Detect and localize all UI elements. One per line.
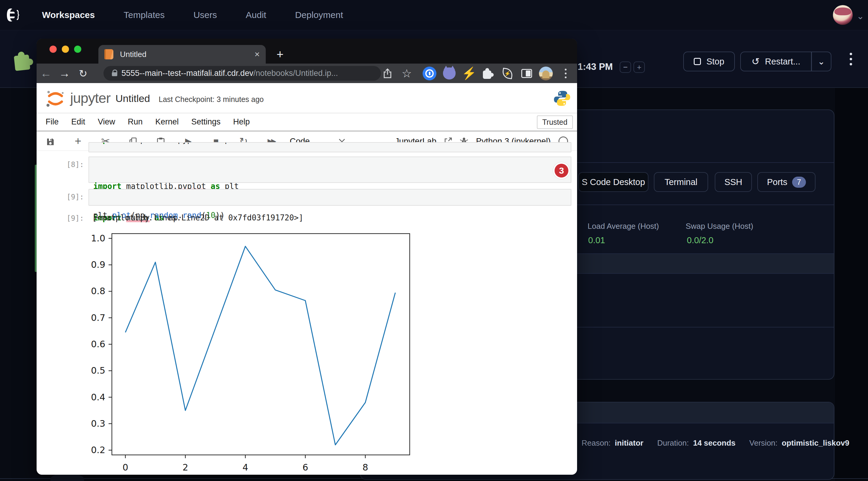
code-cell-8[interactable]: import matplotlib.pyplot as plt import n… (89, 157, 571, 183)
ports-button[interactable]: Ports 7 (757, 172, 815, 192)
output-prompt: [9]: (67, 214, 84, 223)
svg-text:2: 2 (182, 462, 188, 473)
menu-view[interactable]: View (98, 117, 115, 127)
energy-saver-leaf-icon[interactable]: ⚡ (498, 64, 517, 83)
url-path: /notebooks/Untitled.ip... (253, 69, 338, 78)
notification-badge[interactable]: 3 (553, 162, 570, 179)
clipped-cell-above[interactable]: import matplotlib.pyplot as plt (89, 142, 571, 152)
tab-title: Untitled (120, 50, 254, 59)
lock-icon (112, 72, 117, 76)
url-host: 5555--main--test--matifali.atif.cdr.dev (121, 69, 253, 78)
python-logo (553, 90, 571, 107)
build-version: optimistic_liskov9 (782, 439, 849, 448)
coder-logo-icon[interactable] (5, 6, 22, 24)
build-meta-row: Reason:initiator Duration:14 seconds Ver… (582, 439, 849, 448)
swap-usage-value: 0.0/2.0 (687, 235, 714, 245)
svg-text:0.7: 0.7 (91, 313, 105, 323)
jupyter-book-favicon (104, 49, 113, 59)
trusted-button[interactable]: Trusted (537, 116, 573, 129)
svg-text:6: 6 (302, 462, 308, 473)
svg-text:0.8: 0.8 (91, 286, 105, 296)
minimize-window-button[interactable] (62, 45, 69, 53)
reload-icon[interactable]: ↻ (74, 67, 92, 79)
ports-count-badge: 7 (792, 177, 806, 188)
browser-tab[interactable]: Untitled × (98, 45, 266, 64)
address-bar[interactable]: 5555--main--test--matifali.atif.cdr.dev/… (103, 66, 381, 81)
cell9-prompt: [9]: (67, 193, 84, 201)
build-reason: initiator (615, 439, 643, 448)
jupyter-menu-bar: File Edit View Run Kernel Settings Help … (37, 114, 577, 130)
chevron-down-icon[interactable]: ⌄ (857, 11, 864, 21)
load-average-label: Load Average (Host) (588, 222, 659, 231)
close-window-button[interactable] (50, 45, 57, 53)
browser-profile-avatar[interactable] (537, 64, 555, 83)
restart-workspace-button[interactable]: ↺ Restart... (740, 52, 812, 71)
build-duration: 14 seconds (693, 439, 736, 448)
stop-workspace-button[interactable]: Stop (683, 52, 735, 71)
terminal-button[interactable]: Terminal (654, 172, 708, 192)
browser-menu-icon[interactable] (557, 64, 575, 83)
jupyter-page: jupyter Untitled Last Checkpoint: 3 minu… (37, 83, 577, 475)
tab-close-icon[interactable]: × (254, 49, 260, 59)
new-tab-button[interactable]: + (277, 48, 283, 61)
vscode-desktop-button[interactable]: S Code Desktop (578, 172, 648, 192)
github-extension-icon[interactable] (440, 64, 458, 83)
checkpoint-status: Last Checkpoint: 3 minutes ago (159, 95, 264, 104)
svg-text:0.5: 0.5 (91, 365, 105, 376)
forward-icon[interactable]: → (55, 67, 74, 80)
svg-text:0: 0 (122, 462, 128, 473)
coder-top-nav: Workspaces Templates Users Audit Deploym… (0, 0, 868, 30)
ssh-button[interactable]: SSH (715, 172, 752, 192)
chevron-down-icon: ⌄ (817, 56, 825, 67)
svg-text:0.9: 0.9 (91, 259, 105, 270)
svg-text:0.3: 0.3 (91, 418, 105, 429)
svg-text:0.6: 0.6 (91, 339, 105, 349)
menu-edit[interactable]: Edit (71, 117, 86, 127)
code-cell-9[interactable]: plt.plot(np.random.rand(10)) (89, 189, 571, 206)
notebook-title[interactable]: Untitled (116, 93, 150, 104)
jupyter-header: jupyter Untitled Last Checkpoint: 3 minu… (37, 83, 577, 114)
page-background-column (835, 88, 868, 481)
workspace-menu-button[interactable] (846, 53, 856, 65)
nav-item-deployment[interactable]: Deployment (295, 10, 343, 20)
side-panel-icon[interactable] (518, 64, 536, 83)
svg-text:8: 8 (362, 462, 368, 473)
cell8-prompt: [8]: (67, 160, 84, 169)
browser-window: Untitled × + ← → ↻ 5555--main--test--mat… (37, 39, 577, 475)
user-avatar[interactable] (833, 5, 853, 25)
jupyter-logo (45, 89, 65, 108)
nav-item-templates[interactable]: Templates (124, 10, 165, 20)
nav-item-workspaces[interactable]: Workspaces (42, 10, 95, 20)
add-cell-icon[interactable]: + (64, 135, 92, 148)
extension-puzzle-icon[interactable] (11, 50, 34, 73)
menu-file[interactable]: File (45, 117, 59, 127)
maximize-window-button[interactable] (74, 45, 81, 53)
extensions-puzzle-icon[interactable] (479, 64, 497, 83)
stop-label: Stop (706, 57, 724, 67)
menu-help[interactable]: Help (233, 117, 250, 127)
output-repr-text: [<matplotlib.lines.Line2D at 0x7fd03f191… (92, 213, 303, 222)
zoom-in-button[interactable]: + (633, 62, 645, 73)
nav-item-users[interactable]: Users (193, 10, 217, 20)
svg-text:4: 4 (242, 462, 248, 473)
bolt-extension-icon[interactable]: ⚡ (460, 64, 478, 83)
svg-text:0.2: 0.2 (91, 445, 105, 455)
zoom-out-button[interactable]: − (620, 62, 631, 73)
menu-run[interactable]: Run (128, 117, 143, 127)
svg-text:0.4: 0.4 (91, 392, 105, 403)
nav-item-audit[interactable]: Audit (246, 10, 266, 20)
workspace-clock: 1:43 PM (578, 62, 613, 72)
menu-kernel[interactable]: Kernel (155, 117, 179, 127)
restart-icon: ↺ (752, 56, 760, 67)
browser-toolbar: ← → ↻ 5555--main--test--matifali.atif.cd… (37, 64, 577, 83)
load-average-value: 0.01 (588, 235, 605, 245)
matplotlib-figure: 1.00.90.80.70.60.50.40.30.202468 (90, 228, 420, 474)
menu-settings[interactable]: Settings (191, 117, 221, 127)
share-icon[interactable] (378, 64, 397, 83)
back-icon[interactable]: ← (37, 67, 55, 80)
onepassword-extension-icon[interactable] (421, 64, 438, 83)
save-icon[interactable] (37, 136, 64, 146)
restart-options-button[interactable]: ⌄ (812, 52, 831, 71)
stop-icon (694, 58, 701, 65)
bookmark-star-icon[interactable]: ☆ (398, 64, 416, 83)
